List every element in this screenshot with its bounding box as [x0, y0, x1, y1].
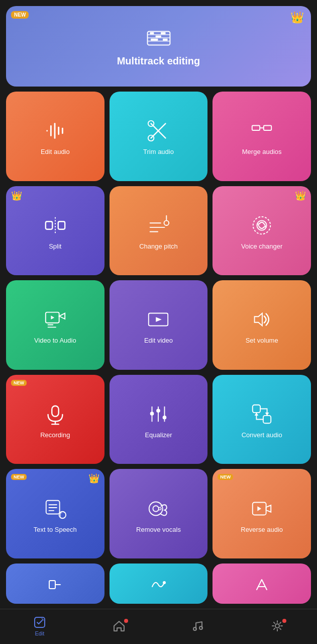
svg-rect-21: [46, 221, 52, 229]
edit-video-label: Edit video: [144, 337, 173, 344]
edit-video-icon: [146, 307, 170, 332]
nav-item-settings[interactable]: [270, 619, 284, 633]
grid-item-reverse-audio[interactable]: NEW Reverse audio: [213, 469, 311, 558]
svg-marker-35: [51, 316, 54, 320]
hero-title: Multitrack editing: [117, 55, 200, 67]
partial-1-icon: [46, 576, 64, 594]
grid-item-edit-audio[interactable]: Edit audio: [6, 92, 104, 181]
svg-point-65: [163, 581, 166, 584]
svg-rect-49: [263, 416, 271, 423]
svg-rect-7: [161, 32, 166, 34]
home-nav-dot: [124, 619, 128, 623]
grid-item-equalizer[interactable]: Equalizer: [110, 375, 208, 464]
svg-rect-8: [163, 38, 168, 40]
main-container: NEW 👑 Multitrack editing Ed: [0, 0, 317, 644]
equalizer-label: Equalizer: [145, 431, 172, 439]
partial-item-2[interactable]: [110, 564, 208, 604]
svg-rect-22: [58, 221, 65, 229]
svg-marker-32: [59, 313, 65, 319]
svg-point-29: [253, 217, 271, 234]
trim-audio-label: Trim audio: [143, 148, 174, 155]
remove-vocals-label: Remove vocals: [136, 526, 181, 533]
svg-marker-38: [255, 313, 262, 326]
text-to-speech-icon: T: [43, 497, 67, 521]
grid-item-recording[interactable]: NEW Recording: [6, 375, 104, 464]
svg-point-68: [193, 627, 196, 630]
merge-audios-label: Merge audios: [242, 148, 282, 155]
recording-icon: [43, 402, 67, 426]
svg-rect-47: [163, 416, 167, 420]
grid-item-split[interactable]: 👑 Split: [6, 186, 104, 276]
bottom-nav: Edit: [0, 609, 317, 644]
partial-3-icon: [253, 576, 271, 594]
trim-audio-icon: [146, 119, 170, 143]
reverse-audio-label: Reverse audio: [241, 526, 283, 533]
nav-item-edit[interactable]: Edit: [33, 615, 47, 636]
recording-badge-new: NEW: [11, 380, 27, 386]
nav-item-home[interactable]: [112, 619, 126, 633]
svg-marker-61: [266, 505, 271, 512]
voice-changer-crown-icon: 👑: [295, 190, 306, 201]
svg-rect-63: [49, 581, 55, 589]
edit-nav-icon: [33, 615, 47, 629]
svg-rect-18: [252, 126, 260, 131]
svg-rect-4: [150, 32, 154, 34]
grid-item-text-to-speech[interactable]: NEW 👑 T Text to Speech: [6, 469, 104, 558]
change-pitch-icon: [146, 213, 170, 237]
grid-item-edit-video[interactable]: Edit video: [110, 280, 208, 370]
multitrack-icon: [147, 26, 171, 50]
grid-item-merge-audios[interactable]: Merge audios: [213, 92, 311, 181]
split-crown-icon: 👑: [11, 190, 22, 201]
svg-point-58: [149, 502, 163, 515]
edit-audio-label: Edit audio: [41, 148, 70, 155]
partial-item-1[interactable]: [6, 564, 104, 604]
grid-item-set-volume[interactable]: Set volume: [213, 280, 311, 370]
edit-audio-icon: [43, 119, 67, 143]
settings-nav-dot: [282, 619, 286, 623]
recording-label: Recording: [40, 431, 70, 439]
svg-rect-48: [253, 405, 260, 413]
video-to-audio-icon: [43, 307, 67, 332]
text-to-speech-badge-new: NEW: [11, 474, 27, 480]
grid-item-video-to-audio[interactable]: Video to Audio: [6, 280, 104, 370]
svg-rect-46: [157, 409, 161, 413]
equalizer-icon: [146, 402, 170, 426]
grid-container: Edit audio Trim audio Merge audios 👑: [0, 87, 317, 564]
set-volume-label: Set volume: [246, 337, 278, 344]
text-to-speech-crown-icon: 👑: [88, 473, 99, 484]
reverse-audio-icon: [250, 497, 274, 521]
grid-item-voice-changer[interactable]: 👑 Voice changer: [213, 186, 311, 276]
merge-audios-icon: [250, 119, 274, 143]
partial-item-3[interactable]: [213, 564, 311, 604]
svg-rect-5: [155, 35, 161, 37]
set-volume-icon: [250, 307, 274, 332]
edit-nav-label: Edit: [35, 630, 44, 636]
grid-item-remove-vocals[interactable]: Remove vocals: [110, 469, 208, 558]
grid-item-change-pitch[interactable]: Change pitch: [110, 186, 208, 276]
reverse-audio-badge-new: NEW: [218, 474, 233, 480]
svg-point-69: [199, 626, 202, 629]
grid-item-trim-audio[interactable]: Trim audio: [110, 92, 208, 181]
svg-rect-52: [46, 500, 60, 514]
svg-rect-6: [151, 38, 158, 40]
convert-audio-label: Convert audio: [242, 431, 282, 439]
hero-banner[interactable]: NEW 👑 Multitrack editing: [6, 6, 311, 87]
nav-item-music[interactable]: [191, 619, 205, 633]
voice-changer-label: Voice changer: [241, 243, 282, 250]
partial-2-icon: [149, 576, 167, 594]
split-label: Split: [49, 243, 61, 250]
change-pitch-label: Change pitch: [139, 243, 178, 250]
voice-changer-icon: [250, 213, 274, 237]
svg-marker-62: [258, 506, 262, 511]
video-to-audio-label: Video to Audio: [34, 337, 76, 344]
svg-rect-19: [264, 126, 271, 131]
hero-crown-icon: 👑: [290, 11, 304, 24]
convert-audio-icon: [250, 402, 274, 426]
svg-point-27: [164, 220, 169, 225]
svg-point-70: [275, 624, 279, 628]
text-to-speech-label: Text to Speech: [34, 526, 77, 533]
grid-item-convert-audio[interactable]: Convert audio: [213, 375, 311, 464]
music-nav-icon: [191, 619, 205, 633]
svg-rect-39: [52, 406, 58, 417]
partial-grid: [0, 564, 317, 609]
